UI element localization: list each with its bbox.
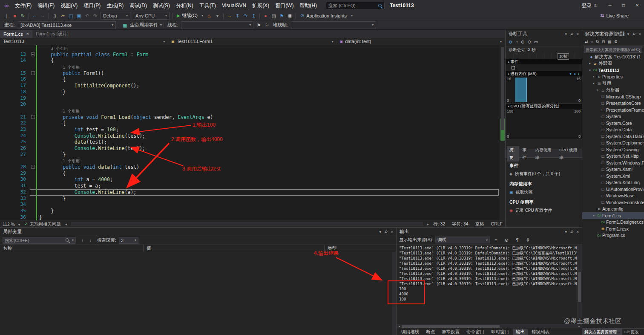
bottom-tab-1[interactable]: 断点 <box>423 329 438 335</box>
breakpoint-margin[interactable] <box>0 114 8 121</box>
menu-item-12[interactable]: 帮助(H) <box>296 0 320 11</box>
show-all-files-icon[interactable]: ▤ <box>608 38 612 46</box>
breakpoint-margin[interactable] <box>0 120 8 127</box>
continue-button[interactable]: ▶继续(C)▾ <box>177 12 203 19</box>
process-dropdown[interactable]: [0xADA8] Test10113.exe▾ <box>18 21 116 29</box>
tree-item-5[interactable]: ▸△分析器 <box>582 87 644 94</box>
status-item-3[interactable]: CRLF <box>491 221 503 227</box>
breakpoint-margin[interactable] <box>0 145 8 152</box>
home-icon[interactable]: ⌂ <box>591 38 593 46</box>
clear-all-icon[interactable]: ⊘ <box>503 235 511 245</box>
breakpoint-margin[interactable] <box>0 58 8 64</box>
document-tab-1[interactable]: Form1.cs [设计] <box>32 30 72 38</box>
show-all-events-link[interactable]: ◈所有事件(0 个，共 0 个) <box>509 171 578 177</box>
breakpoint-margin[interactable] <box>0 45 8 52</box>
breadcrumb-segment-0[interactable]: Test10113▾ <box>0 38 168 45</box>
menu-item-4[interactable]: 生成(B) <box>104 0 126 11</box>
select-tools-icon[interactable]: ◔ <box>515 38 518 46</box>
health-indicator[interactable]: ✓未找到相关问题 <box>24 221 61 227</box>
take-snapshot-link[interactable]: ▣截取快照 <box>509 189 578 195</box>
close-icon[interactable]: × <box>391 230 393 234</box>
menu-item-11[interactable]: 窗口(W) <box>272 0 296 11</box>
scroll-right-icon[interactable]: ▸ <box>427 222 429 226</box>
bottom-tab-3[interactable]: 命令窗口 <box>463 329 487 335</box>
reset-view-icon[interactable]: ▭ <box>534 38 538 46</box>
zoom-out-icon[interactable]: ⊖ <box>527 38 531 46</box>
code-editor[interactable]: 3 个引用13−public partial class Form1 : For… <box>0 45 505 220</box>
scrollbar-thumb[interactable] <box>402 325 500 328</box>
close-button[interactable]: ✕ <box>630 0 644 11</box>
stop-icon[interactable]: ■ <box>11 11 19 20</box>
menu-item-1[interactable]: 编辑(E) <box>34 0 58 11</box>
events-section-header[interactable]: ▴事件 <box>506 59 582 64</box>
hot-reload-dropdown-icon[interactable]: ▾ <box>213 11 221 20</box>
scrollbar-thumb[interactable] <box>501 47 504 130</box>
unflag-thread-icon[interactable]: ⚐ <box>263 20 271 30</box>
breadcrumb-segment-1[interactable]: ▣Test10113.Form1▾ <box>168 38 336 45</box>
menu-item-9[interactable]: VisualSVN <box>219 0 249 11</box>
breakpoint-margin[interactable] <box>0 189 8 196</box>
breakpoint-margin[interactable] <box>0 202 8 208</box>
locals-search[interactable]: ▾ <box>3 237 76 244</box>
tab-close-icon[interactable]: × <box>26 32 29 36</box>
tree-chevron-icon[interactable]: ▸ <box>588 62 592 65</box>
tree-item-11[interactable]: ◫System.Data <box>582 127 644 133</box>
breakpoint-margin[interactable] <box>0 170 8 177</box>
diag-tab-2[interactable]: 内存使用率 <box>533 146 556 162</box>
tree-item-18[interactable]: ◫System.Xml <box>582 173 644 179</box>
breadcrumb-segment-2[interactable]: ▣data(int test)▾ <box>337 38 505 45</box>
close-icon[interactable]: × <box>577 230 579 234</box>
breakpoint-margin[interactable] <box>0 83 8 89</box>
tree-item-13[interactable]: ◫System.Deployment <box>582 140 644 147</box>
memory-section-header[interactable]: ▴进程内存 (MB) ▼ ● ◐ <box>506 71 582 76</box>
locals-scrollbar[interactable] <box>392 252 396 335</box>
bottom-tab-6[interactable]: 错误列表 <box>529 329 552 335</box>
next-result-icon[interactable]: ↓ <box>86 236 95 245</box>
tree-item-7[interactable]: ◫PresentationCore <box>582 100 644 107</box>
breakpoint-margin[interactable] <box>0 76 8 83</box>
thread-dropdown[interactable]: ▾ <box>181 21 253 29</box>
locals-body[interactable] <box>0 252 396 335</box>
close-icon[interactable]: × <box>639 32 641 36</box>
diag-tab-0[interactable]: 摘要 <box>507 146 519 162</box>
output-content[interactable]: "Test10113.exe" (CLR v4.0.30319: Default… <box>397 245 582 324</box>
tree-chevron-icon[interactable]: ▾ <box>588 69 592 72</box>
undo-icon[interactable]: ↶ <box>83 11 91 20</box>
snapshot-toggle-icon[interactable]: ● <box>574 72 576 76</box>
fold-collapse-icon[interactable]: − <box>30 70 36 77</box>
horizontal-scrollbar[interactable] <box>71 222 423 226</box>
solution-search[interactable] <box>584 46 642 53</box>
scroll-left-icon[interactable]: ◂ <box>65 222 67 226</box>
bottom-tab-2[interactable]: 异常设置 <box>439 329 463 335</box>
tree-chevron-icon[interactable]: ▾ <box>592 214 596 217</box>
filter-icon[interactable]: ▼ <box>569 72 572 76</box>
diag-tab-3[interactable]: CPU 使用率 <box>557 146 582 162</box>
bottom-tab-0[interactable]: 调用堆栈 <box>398 329 422 335</box>
timeline-ruler[interactable]: 10秒 <box>506 53 582 59</box>
tree-item-26[interactable]: ▦Form1.resx <box>582 225 644 232</box>
breakpoint-margin[interactable] <box>0 89 8 95</box>
breakpoint-margin[interactable] <box>0 208 8 214</box>
locals-column-1[interactable]: 值 <box>144 245 325 252</box>
chevron-down-icon[interactable]: ▾ <box>627 32 630 36</box>
breakpoint-margin[interactable] <box>0 183 8 189</box>
output-horizontal-scrollbar[interactable]: ◂ ▸ <box>397 324 582 328</box>
lifecycle-events-button[interactable]: 生命周期事件 <box>130 22 158 28</box>
save-icon[interactable]: ◫ <box>67 11 75 20</box>
status-item-0[interactable]: 行: 32 <box>433 221 445 227</box>
tree-item-14[interactable]: ◫System.Drawing <box>582 146 644 153</box>
tree-item-10[interactable]: ◫System.Core <box>582 120 644 127</box>
record-cpu-profile-link[interactable]: ◉记录 CPU 配置文件 <box>509 208 578 214</box>
bottom-tab-4[interactable]: 即时窗口 <box>488 329 512 335</box>
minimize-button[interactable]: ─ <box>603 0 617 11</box>
tree-item-16[interactable]: ◫System.Windows.Forms <box>582 159 644 166</box>
breakpoint-margin[interactable] <box>0 127 8 133</box>
tree-item-9[interactable]: ◫System <box>582 113 644 120</box>
tree-item-22[interactable]: ◫WindowsFormsIntegration <box>582 199 644 206</box>
configuration-dropdown[interactable]: Debug▾ <box>101 12 130 20</box>
navigate-back-icon[interactable]: ← <box>31 11 39 20</box>
tree-chevron-icon[interactable]: ▾ <box>592 82 596 85</box>
breakpoint-margin[interactable] <box>0 176 8 183</box>
menu-item-10[interactable]: 扩展(X) <box>249 0 272 11</box>
quick-search-input[interactable] <box>328 3 378 8</box>
